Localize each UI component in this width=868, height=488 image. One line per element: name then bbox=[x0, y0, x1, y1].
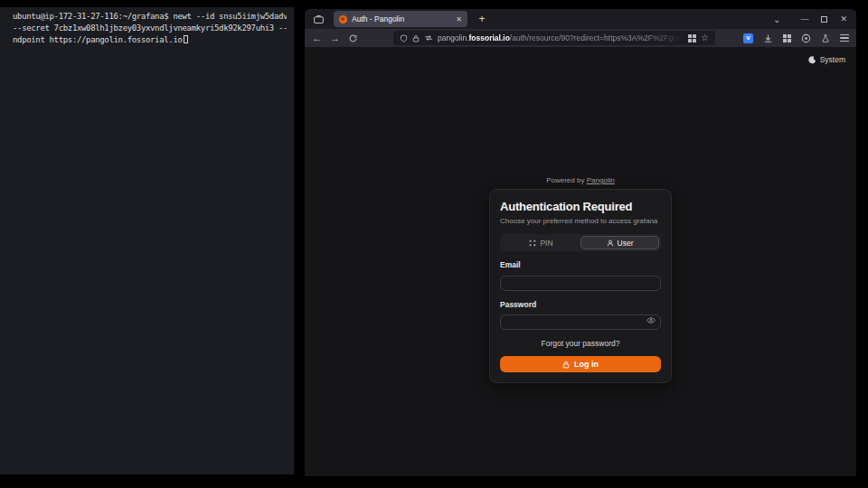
minimize-button[interactable]: — bbox=[800, 14, 808, 23]
tab-title: Auth - Pangolin bbox=[352, 14, 451, 23]
tab-user[interactable]: User bbox=[580, 236, 659, 249]
list-all-tabs-icon[interactable]: ⌄ bbox=[773, 14, 780, 24]
page-content: System Powered by Pangolin Authenticatio… bbox=[305, 47, 856, 476]
auth-card: Authentication Required Choose your pref… bbox=[489, 189, 672, 383]
tab-auth-pangolin[interactable]: Auth - Pangolin ✕ bbox=[334, 11, 467, 27]
blue-extension-icon[interactable]: v bbox=[743, 33, 753, 43]
user-icon bbox=[607, 239, 614, 247]
login-lock-icon bbox=[562, 361, 570, 369]
terminal-line: ndpoint https://pangolin.fossorial.io bbox=[13, 34, 287, 46]
terminal-line: --secret 7cbz1xw08lh1jbzey03yxvndljvneam… bbox=[13, 23, 287, 34]
tab-pin-label: PIN bbox=[540, 239, 552, 248]
card-title: Authentication Required bbox=[500, 200, 661, 213]
show-password-eye-icon[interactable] bbox=[646, 316, 656, 324]
email-label: Email bbox=[500, 260, 661, 269]
firefox-view-icon[interactable] bbox=[310, 11, 326, 27]
reload-icon[interactable] bbox=[348, 33, 358, 43]
moon-icon bbox=[808, 56, 816, 64]
pangolin-brand-link[interactable]: Pangolin bbox=[587, 176, 615, 184]
url-bar[interactable]: pangolin.fossorial.io/auth/resource/90?r… bbox=[393, 31, 715, 45]
tracking-protection-shield-icon[interactable] bbox=[400, 34, 408, 42]
downloads-icon[interactable] bbox=[763, 33, 773, 43]
card-subtitle: Choose your preferred method to access g… bbox=[500, 217, 661, 225]
bookmark-star-icon[interactable]: ☆ bbox=[701, 33, 709, 42]
forward-button[interactable]: → bbox=[330, 33, 340, 43]
close-window-button[interactable]: ✕ bbox=[840, 14, 847, 23]
urlbar-grid-icon[interactable] bbox=[688, 34, 696, 42]
login-button[interactable]: Log in bbox=[500, 356, 661, 372]
powered-by: Powered by Pangolin bbox=[489, 176, 672, 184]
browser-tab-bar: Auth - Pangolin ✕ + ⌄ — ✕ bbox=[305, 9, 856, 29]
password-label: Password bbox=[500, 300, 661, 309]
browser-window: Auth - Pangolin ✕ + ⌄ — ✕ ← → bbox=[305, 9, 856, 476]
login-button-label: Log in bbox=[574, 360, 599, 369]
toolbar-right: v bbox=[743, 33, 849, 43]
terminal-cursor bbox=[184, 35, 188, 43]
tab-user-label: User bbox=[618, 239, 634, 248]
password-field[interactable] bbox=[500, 314, 661, 330]
browser-nav-bar: ← → pangolin. bbox=[305, 29, 856, 47]
window-controls: ⌄ — ✕ bbox=[773, 14, 851, 24]
theme-toggle-label: System bbox=[820, 55, 845, 64]
forgot-password-link[interactable]: Forgot your password? bbox=[500, 339, 661, 348]
maximize-button[interactable] bbox=[821, 16, 827, 23]
theme-toggle[interactable]: System bbox=[808, 55, 845, 64]
pangolin-favicon-icon bbox=[339, 15, 347, 23]
new-tab-button[interactable]: + bbox=[475, 13, 489, 25]
url-text: pangolin.fossorial.io/auth/resource/90?r… bbox=[438, 33, 684, 42]
auth-section: Powered by Pangolin Authentication Requi… bbox=[489, 176, 672, 383]
circle-dot-icon[interactable] bbox=[801, 33, 811, 43]
menu-hamburger-icon[interactable] bbox=[840, 34, 849, 42]
padlock-icon[interactable] bbox=[412, 34, 420, 42]
tab-close-icon[interactable]: ✕ bbox=[456, 15, 462, 23]
keypad-icon bbox=[529, 239, 536, 247]
extensions-grid-icon[interactable] bbox=[783, 34, 791, 42]
tab-pin[interactable]: PIN bbox=[502, 236, 580, 249]
flask-extension-icon[interactable] bbox=[821, 33, 830, 43]
permissions-arrows-icon[interactable] bbox=[424, 34, 433, 42]
terminal-line: ubuntu@ip-172-31-27-116:~/grafana$ newt … bbox=[13, 11, 287, 23]
back-button[interactable]: ← bbox=[312, 33, 322, 43]
terminal-window[interactable]: ubuntu@ip-172-31-27-116:~/grafana$ newt … bbox=[0, 7, 294, 474]
auth-method-tabs: PIN User bbox=[500, 234, 661, 251]
email-field[interactable] bbox=[500, 276, 661, 291]
